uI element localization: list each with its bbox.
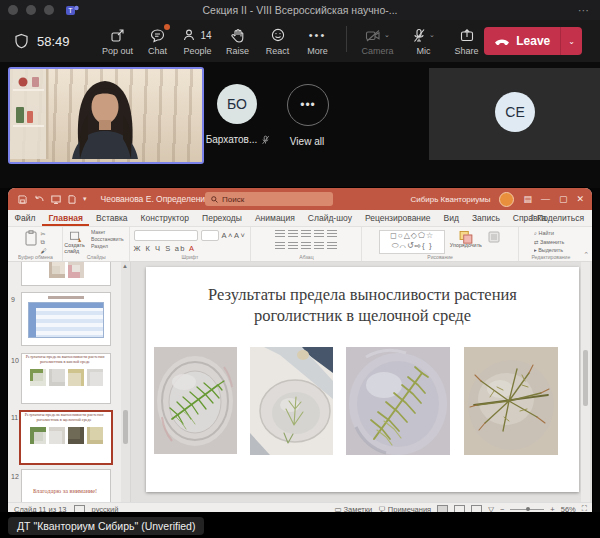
people-button[interactable]: 14 People	[178, 26, 218, 56]
tab-design[interactable]: Конструктор	[134, 211, 195, 226]
numbering-icon[interactable]	[288, 230, 298, 238]
slide-thumbnail-8-partial[interactable]	[21, 262, 111, 286]
shapes-gallery[interactable]: ◻○△◇⬠☆ ⬭⌒↺⇨{ }	[379, 230, 445, 254]
justify-icon[interactable]	[314, 242, 324, 250]
align-right-icon[interactable]	[301, 242, 311, 250]
slideshow-icon[interactable]	[51, 195, 61, 204]
share-button[interactable]: Share	[447, 26, 487, 56]
font-color-icon[interactable]: A	[189, 244, 196, 253]
more-button[interactable]: ••• More	[298, 26, 338, 56]
grow-shrink-font-icons[interactable]: A˄A˅	[222, 231, 247, 240]
camera-options-chevron[interactable]: ⌄	[384, 31, 390, 39]
find-button[interactable]: ⌕ Найти	[534, 230, 564, 236]
tab-transitions[interactable]: Переходы	[196, 211, 249, 226]
language-indicator[interactable]: русский	[92, 505, 119, 513]
leave-button[interactable]: Leave ⌄	[484, 27, 582, 55]
ppt-minimize-button[interactable]: —	[541, 194, 550, 204]
paste-button[interactable]	[24, 230, 38, 248]
qat-customize-chevron[interactable]: ▾	[83, 195, 87, 203]
indent-increase-icon[interactable]	[314, 230, 324, 238]
font-size-select[interactable]	[201, 230, 219, 241]
participant-ce-tile[interactable]: CE	[429, 68, 600, 160]
new-slide-button[interactable]: Создать слайд	[64, 231, 86, 254]
meeting-timer: 58:49	[37, 34, 70, 49]
thumbnail-scrollbar[interactable]: ▲	[121, 262, 130, 502]
fit-to-window-icon[interactable]: ⛶	[582, 504, 587, 512]
menubar-more-icon[interactable]: ⋯	[578, 4, 590, 17]
slide-sorter-view-button[interactable]	[454, 505, 465, 513]
arrange-button[interactable]: Упорядочить	[450, 231, 482, 249]
current-slide[interactable]: Результаты предела выносливости растения…	[146, 267, 579, 492]
mic-muted-icon	[412, 28, 426, 43]
pop-out-button[interactable]: Pop out	[98, 26, 138, 56]
leave-options-chevron[interactable]: ⌄	[561, 37, 582, 46]
speaker-portrait	[10, 69, 199, 159]
tab-record[interactable]: Запись	[465, 211, 506, 226]
indent-decrease-icon[interactable]	[301, 230, 311, 238]
presenter-banner: ДТ "Кванториум Сибирь" (Unverified)	[8, 517, 204, 535]
scroll-up-icon[interactable]: ▲	[122, 263, 128, 269]
reading-view-button[interactable]	[471, 505, 482, 513]
camera-button[interactable]: ⌄ Camera	[355, 26, 401, 56]
zoom-out-button[interactable]: −	[500, 505, 504, 513]
mic-button[interactable]: ⌄ Mic	[401, 26, 447, 56]
react-smiley-icon	[271, 26, 285, 44]
account-avatar[interactable]	[499, 192, 514, 207]
participant-bo[interactable]: БО	[217, 84, 257, 124]
canvas-scrollbar[interactable]	[581, 262, 590, 502]
bullets-icon[interactable]	[275, 230, 285, 238]
copy-icon[interactable]: ⧉	[41, 239, 47, 246]
chat-button[interactable]: Chat	[138, 26, 178, 56]
ppt-restore-button[interactable]: ▢	[559, 194, 568, 204]
search-input[interactable]: Поиск	[205, 192, 333, 206]
tab-review[interactable]: Рецензирование	[358, 211, 437, 226]
raise-hand-icon	[231, 26, 245, 44]
view-all-button[interactable]: ••• View all	[287, 84, 327, 147]
text-shadow-icon[interactable]: ab	[175, 244, 186, 253]
tab-slideshow[interactable]: Слайд-шоу	[301, 211, 358, 226]
tab-file[interactable]: Файл	[8, 211, 42, 226]
undo-icon[interactable]	[34, 195, 44, 204]
cut-icon[interactable]: ✂	[41, 230, 47, 237]
line-spacing-icon[interactable]	[327, 230, 337, 238]
align-center-icon[interactable]	[288, 242, 298, 250]
slide-thumbnail-9[interactable]	[21, 292, 111, 346]
reset-button[interactable]: Восстановить	[91, 237, 124, 242]
zoom-slider[interactable]	[510, 509, 544, 510]
ppt-close-button[interactable]: ✕	[576, 194, 584, 204]
notes-indicator-icon[interactable]	[74, 505, 85, 513]
start-slideshow-button[interactable]: ▽	[488, 505, 494, 513]
slide-thumbnail-11-selected[interactable]: Результаты предела выносливости растения…	[19, 410, 113, 465]
new-doc-icon[interactable]	[68, 195, 76, 204]
layout-button[interactable]: Макет	[91, 230, 124, 235]
slide-thumbnail-12[interactable]: Благодарю за внимание!	[21, 469, 111, 502]
save-icon[interactable]	[18, 195, 27, 204]
replace-button[interactable]: ⇄ Заменить	[534, 238, 564, 244]
slide-thumbnail-10[interactable]: Результаты предела выносливости растения…	[21, 353, 111, 404]
columns-icon[interactable]	[327, 242, 337, 250]
react-button[interactable]: React	[258, 26, 298, 56]
align-left-icon[interactable]	[275, 242, 285, 250]
collapse-ribbon-icon[interactable]: ⌃	[583, 251, 589, 259]
slide-photo-dish-4	[464, 347, 558, 455]
raise-hand-button[interactable]: Raise	[218, 26, 258, 56]
mic-options-chevron[interactable]: ⌄	[429, 31, 435, 39]
comments-toggle[interactable]: 🗩 Примечания	[378, 505, 431, 513]
share-presentation-button[interactable]: ⤴ Поделиться	[530, 213, 584, 223]
tab-home[interactable]: Главная	[42, 211, 90, 226]
format-painter-icon[interactable]: 🖌	[41, 248, 47, 254]
zoom-in-button[interactable]: +	[550, 505, 554, 513]
tab-insert[interactable]: Вставка	[89, 211, 134, 226]
tab-view[interactable]: Вид	[437, 211, 465, 226]
tab-animations[interactable]: Анимация	[248, 211, 301, 226]
font-name-select[interactable]	[134, 230, 198, 241]
ribbon-options-icon[interactable]: ▤	[523, 194, 532, 204]
normal-view-button[interactable]	[437, 505, 448, 513]
font-style-buttons[interactable]: Ж К Ч S	[134, 244, 172, 253]
section-button[interactable]: Раздел	[91, 244, 124, 249]
zoom-level[interactable]: 56%	[561, 505, 576, 513]
notes-toggle[interactable]: ▭ Заметки	[334, 505, 372, 513]
select-button[interactable]: ▸ Выделить	[534, 246, 564, 252]
quick-styles-button[interactable]	[487, 230, 501, 244]
active-speaker-video[interactable]	[8, 67, 204, 164]
